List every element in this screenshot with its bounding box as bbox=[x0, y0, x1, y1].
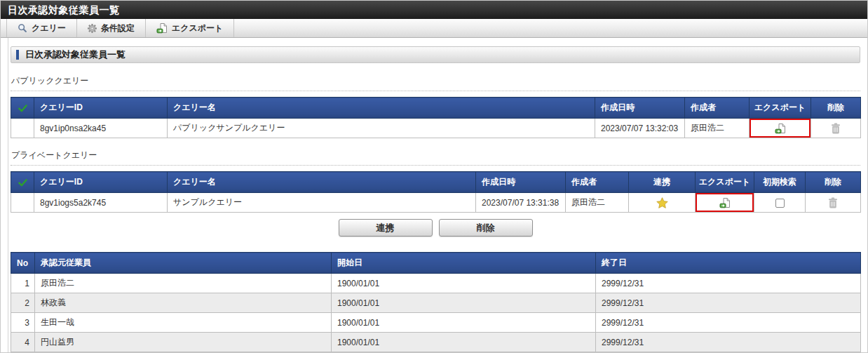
private-row-select-cell[interactable] bbox=[11, 193, 34, 213]
section-header: 日次承認対象従業員一覧 bbox=[11, 46, 860, 63]
table-row: 3 生田一哉 1900/01/01 2999/12/31 bbox=[11, 313, 861, 333]
private-row-created-at: 2023/07/07 13:31:38 bbox=[476, 193, 566, 213]
table-row: 4 円山益男 1900/01/01 2999/12/31 bbox=[11, 333, 861, 352]
query-button[interactable]: クエリー bbox=[6, 19, 77, 37]
export-button-label: エクスポート bbox=[172, 22, 223, 34]
employee-name: 円山益男 bbox=[35, 333, 332, 352]
private-query-table: クエリーID クエリー名 作成日時 作成者 連携 エクスポート 初期検索 削除 … bbox=[11, 171, 861, 213]
employee-header-start: 開始日 bbox=[332, 253, 596, 274]
query-button-label: クエリー bbox=[32, 22, 66, 34]
private-query-label: プライベートクエリー bbox=[11, 147, 860, 166]
star-icon[interactable] bbox=[656, 197, 668, 208]
page-title: 日次承認対象従業員一覧 bbox=[1, 1, 867, 19]
public-row-delete-cell bbox=[811, 119, 861, 138]
private-header-initial-search: 初期検索 bbox=[754, 172, 806, 193]
employee-no: 2 bbox=[11, 293, 35, 313]
private-query-row: 8gv1iogs5a2k745 サンプルクエリー 2023/07/07 13:3… bbox=[11, 193, 861, 213]
link-button[interactable]: 連携 bbox=[339, 219, 433, 237]
gear-icon bbox=[88, 24, 97, 33]
employee-start-date: 1900/01/01 bbox=[332, 293, 596, 313]
public-row-created-at: 2023/07/07 13:32:03 bbox=[595, 119, 685, 138]
actions-row: 連携 削除 bbox=[11, 219, 860, 237]
private-header-created-at: 作成日時 bbox=[476, 172, 566, 193]
public-header-export: エクスポート bbox=[750, 98, 811, 119]
export-icon[interactable] bbox=[775, 123, 786, 134]
public-row-export-cell bbox=[750, 119, 811, 138]
private-header-link: 連携 bbox=[629, 172, 696, 193]
private-row-query-id: 8gv1iogs5a2k745 bbox=[34, 193, 168, 213]
public-query-header-row: クエリーID クエリー名 作成日時 作成者 エクスポート 削除 bbox=[11, 98, 861, 119]
employee-end-date: 2999/12/31 bbox=[596, 313, 861, 333]
section-title: 日次承認対象従業員一覧 bbox=[25, 48, 126, 61]
public-query-table: クエリーID クエリー名 作成日時 作成者 エクスポート 削除 8gv1ip0n… bbox=[11, 97, 861, 138]
public-header-query-name: クエリー名 bbox=[168, 98, 595, 119]
trash-icon[interactable] bbox=[828, 197, 838, 208]
check-icon bbox=[18, 105, 27, 112]
employee-name: 林政義 bbox=[35, 293, 332, 313]
table-row: 1 原田浩二 1900/01/01 2999/12/31 bbox=[11, 274, 861, 293]
employee-no: 3 bbox=[11, 313, 35, 333]
private-row-delete-cell bbox=[806, 193, 861, 213]
check-icon bbox=[18, 179, 27, 187]
search-icon bbox=[18, 23, 27, 33]
public-select-all-header[interactable] bbox=[11, 98, 34, 119]
public-query-label: パブリッククエリー bbox=[11, 73, 860, 91]
private-header-query-name: クエリー名 bbox=[168, 172, 476, 193]
employee-end-date: 2999/12/31 bbox=[596, 333, 861, 352]
public-header-query-id: クエリーID bbox=[34, 98, 168, 119]
export-icon[interactable] bbox=[719, 197, 731, 208]
condition-settings-label: 条件設定 bbox=[101, 22, 135, 34]
employee-end-date: 2999/12/31 bbox=[596, 274, 861, 293]
initial-search-checkbox[interactable] bbox=[775, 199, 785, 208]
table-row: 2 林政義 1900/01/01 2999/12/31 bbox=[11, 293, 861, 313]
content-area: 日次承認対象従業員一覧 パブリッククエリー クエリーID クエリー名 作成日時 … bbox=[8, 38, 867, 353]
private-row-created-by: 原田浩二 bbox=[566, 193, 629, 213]
private-select-all-header[interactable] bbox=[11, 172, 34, 193]
employee-name: 原田浩二 bbox=[35, 274, 332, 293]
public-header-delete: 削除 bbox=[811, 98, 861, 119]
employee-start-date: 1900/01/01 bbox=[332, 333, 596, 352]
public-row-query-name: パブリックサンプルクエリー bbox=[168, 119, 595, 138]
export-button[interactable]: エクスポート bbox=[145, 19, 234, 37]
private-header-delete: 削除 bbox=[806, 172, 861, 193]
public-row-query-id: 8gv1ip0nsa2ka45 bbox=[34, 119, 168, 138]
private-row-query-name: サンプルクエリー bbox=[168, 193, 476, 213]
toolbar: クエリー 条件設定 エクスポート bbox=[1, 19, 867, 38]
employee-header-row: No 承認元従業員 開始日 終了日 bbox=[11, 253, 861, 274]
public-header-created-at: 作成日時 bbox=[595, 98, 685, 119]
employee-header-no: No bbox=[11, 253, 35, 274]
private-row-link-cell bbox=[629, 193, 696, 213]
employee-table: No 承認元従業員 開始日 終了日 1 原田浩二 1900/01/01 2999… bbox=[11, 252, 861, 353]
employee-no: 1 bbox=[11, 274, 35, 293]
delete-button[interactable]: 削除 bbox=[439, 219, 533, 237]
section-accent-bar bbox=[16, 50, 19, 60]
employee-no: 4 bbox=[11, 333, 35, 352]
trash-icon[interactable] bbox=[831, 123, 841, 134]
employee-start-date: 1900/01/01 bbox=[332, 274, 596, 293]
condition-settings-button[interactable]: 条件設定 bbox=[76, 19, 146, 37]
employee-end-date: 2999/12/31 bbox=[596, 293, 861, 313]
private-query-header-row: クエリーID クエリー名 作成日時 作成者 連携 エクスポート 初期検索 削除 bbox=[11, 172, 861, 193]
private-row-export-cell bbox=[696, 193, 754, 213]
employee-header-name: 承認元従業員 bbox=[35, 253, 332, 274]
employee-name: 生田一哉 bbox=[35, 313, 332, 333]
public-query-row: 8gv1ip0nsa2ka45 パブリックサンプルクエリー 2023/07/07… bbox=[11, 119, 861, 138]
private-header-query-id: クエリーID bbox=[34, 172, 168, 193]
private-row-initial-search-cell bbox=[754, 193, 806, 213]
private-header-created-by: 作成者 bbox=[566, 172, 629, 193]
employee-start-date: 1900/01/01 bbox=[332, 313, 596, 333]
employee-header-end: 終了日 bbox=[596, 253, 861, 274]
public-row-created-by: 原田浩二 bbox=[685, 119, 750, 138]
public-row-select-cell[interactable] bbox=[11, 119, 34, 138]
public-header-created-by: 作成者 bbox=[685, 98, 750, 119]
private-header-export: エクスポート bbox=[696, 172, 754, 193]
export-icon bbox=[156, 22, 168, 34]
